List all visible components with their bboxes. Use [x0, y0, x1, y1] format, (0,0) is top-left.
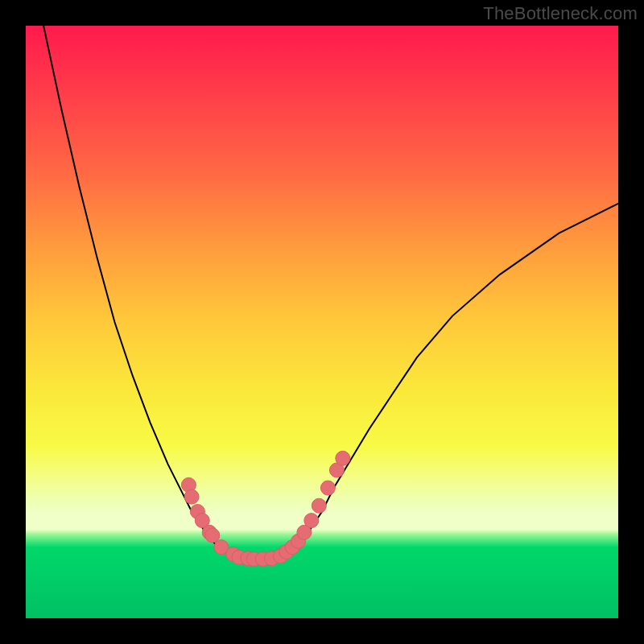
- curve-left-branch: [43, 26, 262, 559]
- chart-frame: TheBottleneck.com: [0, 0, 644, 644]
- data-marker: [320, 481, 335, 495]
- data-marker: [304, 514, 319, 528]
- watermark-text: TheBottleneck.com: [483, 3, 638, 24]
- plot-area: [26, 26, 618, 618]
- data-marker: [205, 528, 220, 543]
- data-marker: [336, 451, 350, 465]
- chart-svg: [26, 26, 618, 618]
- data-marker: [184, 489, 199, 504]
- data-marker: [312, 498, 326, 513]
- curve-layer: [43, 26, 618, 559]
- marker-layer: [181, 451, 349, 566]
